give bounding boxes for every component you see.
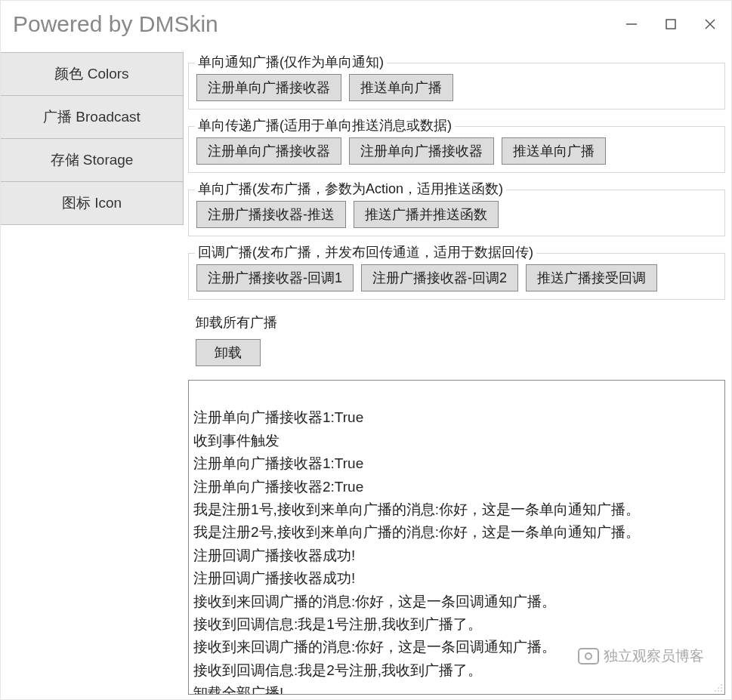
group-legend: 回调广播(发布广播，并发布回传通道，适用于数据回传) xyxy=(195,243,536,261)
sidebar-item-broadcast[interactable]: 广播 Broadcast xyxy=(1,95,184,139)
group-legend: 卸载所有广播 xyxy=(196,313,718,331)
window-controls xyxy=(622,15,719,33)
log-output[interactable]: 注册单向广播接收器1:True 收到事件触发 注册单向广播接收器1:True 注… xyxy=(188,380,725,695)
register-callback-receiver-1-button[interactable]: 注册广播接收器-回调1 xyxy=(196,264,354,291)
sidebar-item-icon[interactable]: 图标 Icon xyxy=(1,181,184,225)
sidebar-item-storage[interactable]: 存储 Storage xyxy=(1,138,184,182)
close-icon xyxy=(704,18,716,30)
svg-point-7 xyxy=(715,690,716,692)
register-oneway-receiver-button[interactable]: 注册单向广播接收器 xyxy=(196,74,341,101)
maximize-icon xyxy=(666,19,676,29)
group-uninstall: 卸载所有广播 卸载 xyxy=(188,312,725,371)
window-title: Powered by DMSkin xyxy=(13,11,622,37)
body: 颜色 Colors 广播 Broadcast 存储 Storage 图标 Ico… xyxy=(1,48,731,699)
group-oneway-action: 单向广播(发布广播，参数为Action，适用推送函数) 注册广播接收器-推送 推… xyxy=(188,190,725,236)
sidebar-item-colors[interactable]: 颜色 Colors xyxy=(1,52,184,96)
maximize-button[interactable] xyxy=(662,15,680,33)
title-bar: Powered by DMSkin xyxy=(1,1,731,48)
close-button[interactable] xyxy=(701,15,719,33)
group-oneway-notify: 单向通知广播(仅作为单向通知) 注册单向广播接收器 推送单向广播 xyxy=(188,63,725,109)
register-receiver-push-button[interactable]: 注册广播接收器-推送 xyxy=(196,201,346,228)
svg-point-8 xyxy=(718,690,719,692)
group-legend: 单向传递广播(适用于单向推送消息或数据) xyxy=(195,116,455,134)
minimize-icon xyxy=(625,18,638,30)
push-oneway-broadcast-button[interactable]: 推送单向广播 xyxy=(502,137,606,165)
svg-point-5 xyxy=(718,687,719,689)
sidebar-item-label: 广播 Broadcast xyxy=(43,107,141,127)
push-broadcast-receive-callback-button[interactable]: 推送广播接受回调 xyxy=(526,264,657,291)
group-oneway-data: 单向传递广播(适用于单向推送消息或数据) 注册单向广播接收器 注册单向广播接收器… xyxy=(188,126,725,173)
log-text: 注册单向广播接收器1:True 收到事件触发 注册单向广播接收器1:True 注… xyxy=(193,409,640,695)
sidebar-item-label: 存储 Storage xyxy=(51,150,134,170)
resize-grip-icon[interactable] xyxy=(712,682,723,692)
group-callback-broadcast: 回调广播(发布广播，并发布回传通道，适用于数据回传) 注册广播接收器-回调1 注… xyxy=(188,253,725,300)
register-oneway-receiver-1-button[interactable]: 注册单向广播接收器 xyxy=(196,137,341,165)
sidebar-item-label: 图标 Icon xyxy=(62,193,122,213)
svg-rect-1 xyxy=(666,20,675,29)
svg-point-6 xyxy=(721,687,722,689)
sidebar: 颜色 Colors 广播 Broadcast 存储 Storage 图标 Ico… xyxy=(1,48,184,699)
minimize-button[interactable] xyxy=(622,15,641,33)
group-legend: 单向广播(发布广播，参数为Action，适用推送函数) xyxy=(195,180,506,198)
svg-point-4 xyxy=(721,684,722,686)
register-oneway-receiver-2-button[interactable]: 注册单向广播接收器 xyxy=(349,137,494,165)
uninstall-button[interactable]: 卸载 xyxy=(196,339,261,366)
sidebar-item-label: 颜色 Colors xyxy=(54,64,128,84)
push-oneway-broadcast-button[interactable]: 推送单向广播 xyxy=(349,74,453,101)
group-legend: 单向通知广播(仅作为单向通知) xyxy=(195,53,387,71)
push-broadcast-and-function-button[interactable]: 推送广播并推送函数 xyxy=(354,201,499,228)
main-panel: 单向通知广播(仅作为单向通知) 注册单向广播接收器 推送单向广播 单向传递广播(… xyxy=(184,48,731,699)
app-window: Powered by DMSkin 颜色 Colors 广播 Broadcast… xyxy=(0,0,732,700)
svg-point-9 xyxy=(721,690,722,692)
register-callback-receiver-2-button[interactable]: 注册广播接收器-回调2 xyxy=(361,264,518,291)
